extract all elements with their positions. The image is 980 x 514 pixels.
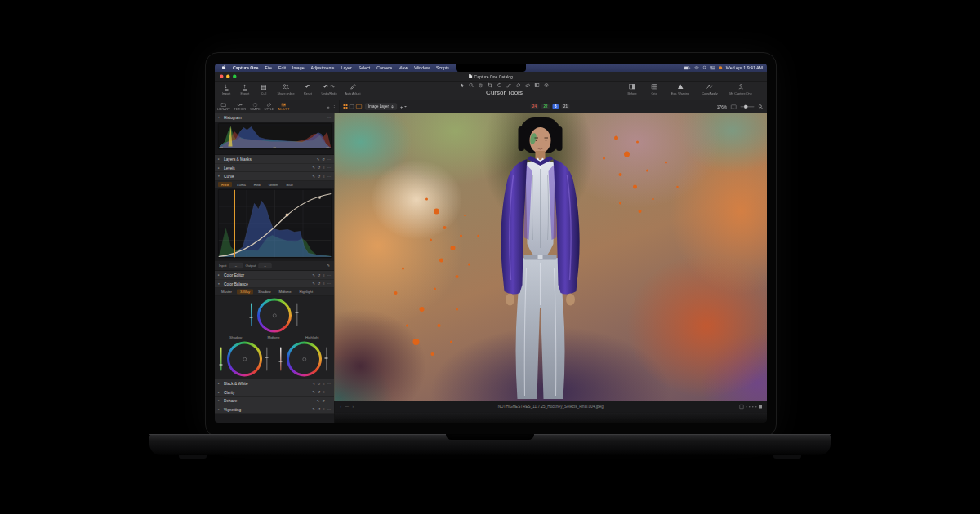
size-step-dot[interactable]	[755, 406, 757, 408]
panel-preset-icon[interactable]: ≡	[323, 175, 324, 179]
zoom-slider[interactable]	[741, 106, 755, 108]
battery-icon[interactable]	[684, 66, 691, 70]
disclosure-open-icon[interactable]: ▾	[218, 175, 221, 178]
auto-adjust-button[interactable]: Auto Adjust	[345, 83, 361, 95]
panel-more-icon[interactable]: ⋯	[327, 157, 331, 162]
output-field[interactable]: –	[259, 263, 272, 268]
expand-tabs-icon[interactable]: »	[327, 104, 329, 109]
crop-tool-icon[interactable]	[488, 83, 492, 88]
curve-picker-pen-icon[interactable]: ✎	[327, 264, 330, 268]
share-online-button[interactable]: Share online	[277, 83, 295, 95]
panel-reset-icon[interactable]: ↺	[322, 157, 325, 162]
loupe-tool-icon[interactable]	[469, 83, 474, 88]
panel-reset-icon[interactable]: ↺	[318, 273, 321, 277]
panel-curve-header[interactable]: ▾ Curve ✎↺≡⋯	[215, 172, 334, 181]
midtone-color-wheel[interactable]	[257, 299, 292, 333]
cb-tab-3way[interactable]: 3-Way	[237, 290, 253, 295]
highlight-color-wheel[interactable]	[287, 342, 322, 377]
copy-apply-button[interactable]: Copy/Apply	[701, 83, 719, 95]
pen-tool-icon[interactable]	[506, 83, 511, 88]
nav-next-icon[interactable]: ›	[353, 405, 354, 409]
panel-preset-icon[interactable]: ≡	[323, 273, 324, 277]
curve-tab-blue[interactable]: Blue	[283, 182, 296, 187]
undo-redo-button[interactable]: ↶ ↷ Undo/Redo	[321, 83, 337, 95]
panel-reset-icon[interactable]: ↺	[318, 166, 321, 170]
panel-more-icon[interactable]: ⋯	[327, 390, 331, 394]
curve-tab-rgb[interactable]: RGB	[218, 182, 232, 187]
minimize-window-button[interactable]	[226, 74, 230, 78]
curve-tab-green[interactable]: Green	[265, 182, 282, 187]
zoom-level[interactable]: 176%	[717, 104, 727, 109]
size-step-dot[interactable]	[746, 406, 747, 408]
layer-select[interactable]: Image Layer	[365, 104, 397, 110]
badge-blue[interactable]: 8	[553, 104, 559, 109]
menu-item-layer[interactable]: Layer	[338, 65, 354, 70]
panel-more-icon[interactable]: ⋯	[327, 175, 331, 179]
single-view-icon[interactable]	[350, 104, 354, 109]
add-layer-button[interactable]: +	[400, 104, 407, 109]
proof-view-icon[interactable]	[356, 104, 362, 109]
panel-color-editor-header[interactable]: ▸ Color Editor ✎↺≡⋯	[215, 271, 334, 280]
badge-gray[interactable]: 21	[562, 104, 570, 109]
pan-tool-icon[interactable]	[479, 83, 483, 88]
cb-tab-highlight[interactable]: Highlight	[296, 290, 317, 295]
export-button[interactable]: ↑ Export	[239, 83, 251, 95]
shadow-color-wheel[interactable]	[227, 342, 262, 377]
panel-reset-icon[interactable]: ↺	[318, 175, 321, 179]
menu-item-view[interactable]: View	[395, 65, 410, 70]
wifi-icon[interactable]	[694, 66, 699, 70]
panel-reset-icon[interactable]: ↺	[318, 407, 321, 411]
panel-dehaze-header[interactable]: ▸ Dehaze ✎↺⋯	[215, 397, 334, 405]
panel-preset-icon[interactable]: ≡	[323, 407, 324, 411]
menu-item-camera[interactable]: Camera	[374, 65, 395, 70]
panel-clarity-header[interactable]: ▸ Clarity ✎↺≡⋯	[215, 388, 334, 397]
disclosure-closed-icon[interactable]: ▸	[218, 166, 221, 170]
panel-more-icon[interactable]: ⋯	[327, 399, 331, 403]
highlight-right-slider[interactable]	[326, 348, 327, 371]
before-button[interactable]: Before	[626, 83, 638, 95]
cb-tab-master[interactable]: Master	[218, 290, 235, 295]
menu-item-select[interactable]: Select	[355, 65, 373, 70]
disclosure-closed-icon[interactable]: ▸	[218, 408, 221, 411]
exposure-warning-button[interactable]: Exp. Warning	[670, 83, 690, 95]
midtone-left-slider[interactable]	[251, 304, 252, 326]
menu-bar-clock[interactable]: Wed Apr 1 9:41 AM	[726, 65, 763, 70]
nav-prev-icon[interactable]: ‹	[341, 405, 342, 409]
disclosure-open-icon[interactable]: ▾	[218, 282, 221, 286]
menu-item-image[interactable]: Image	[290, 65, 308, 70]
size-step-dot[interactable]	[752, 406, 754, 408]
cull-button[interactable]: ▤ Cull	[258, 83, 270, 95]
shadow-right-slider[interactable]	[266, 348, 268, 371]
curve-graph[interactable]	[215, 188, 334, 261]
import-button[interactable]: ↓ Import	[220, 83, 232, 95]
panel-color-balance-header[interactable]: ▾ Color Balance ✎↺≡⋯	[215, 280, 334, 289]
thumbnails-view-icon[interactable]	[344, 104, 348, 109]
brush-tool-icon[interactable]	[516, 83, 521, 88]
close-window-button[interactable]	[220, 74, 224, 78]
zoom-dropdown-icon[interactable]	[731, 105, 737, 109]
panel-levels-header[interactable]: ▸ Levels ✎↺≡⋯	[215, 164, 334, 173]
size-step-dot[interactable]	[749, 406, 751, 408]
rotate-tool-icon[interactable]	[497, 83, 502, 88]
spot-tool-icon[interactable]	[544, 83, 549, 88]
panel-black-white-header[interactable]: ▸ Black & White ✎↺≡⋯	[215, 379, 334, 388]
disclosure-closed-icon[interactable]: ▸	[218, 157, 221, 161]
curve-tab-luma[interactable]: Luma	[234, 182, 249, 187]
panel-reset-icon[interactable]: ↺	[318, 281, 321, 286]
menu-item-edit[interactable]: Edit	[275, 65, 288, 70]
input-field[interactable]: –	[229, 263, 243, 268]
midtone-right-slider[interactable]	[296, 304, 298, 326]
panel-more-icon[interactable]: ⋯	[327, 281, 331, 286]
control-center-icon[interactable]	[710, 66, 715, 70]
tabs-menu-icon[interactable]: ⋮	[332, 104, 337, 109]
thumb-size-small-icon[interactable]	[740, 405, 744, 409]
thumb-size-large-icon[interactable]	[759, 405, 762, 409]
zoom-window-button[interactable]	[233, 74, 237, 78]
menu-item-capture-one[interactable]: Capture One	[230, 65, 262, 70]
search-icon[interactable]	[702, 66, 706, 70]
panel-pen-icon[interactable]: ✎	[312, 382, 315, 386]
panel-reset-icon[interactable]: ↺	[322, 399, 325, 403]
badge-red[interactable]: 24	[531, 104, 539, 109]
disclosure-closed-icon[interactable]: ▸	[218, 391, 221, 394]
magnifier-icon[interactable]	[759, 104, 764, 109]
